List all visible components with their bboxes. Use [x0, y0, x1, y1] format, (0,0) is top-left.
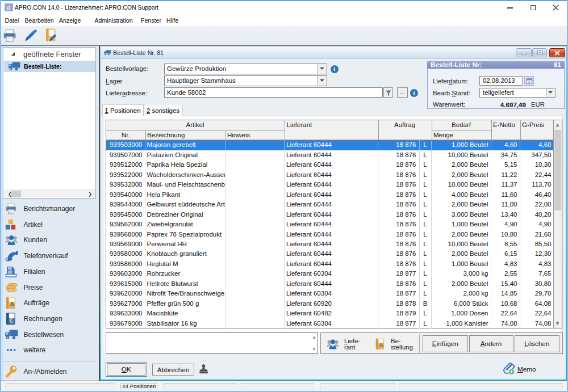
- svg-text:888: 888: [9, 267, 12, 269]
- svg-text:€: €: [9, 316, 13, 324]
- svg-text:A: A: [10, 301, 14, 307]
- svg-text:A: A: [379, 342, 383, 348]
